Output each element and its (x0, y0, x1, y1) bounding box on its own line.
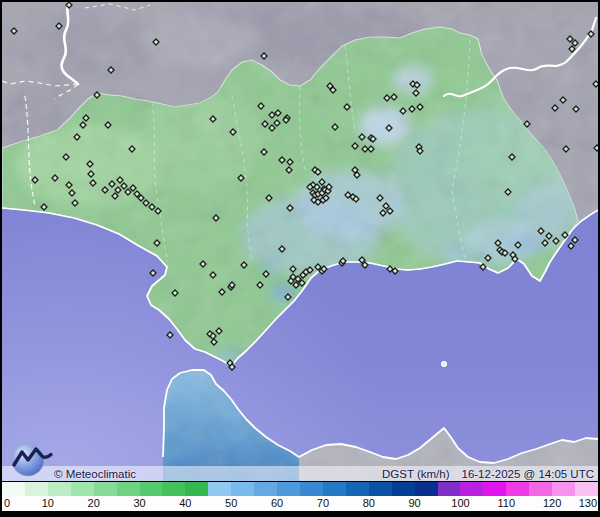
colorbar-tick-label: 30 (133, 497, 145, 509)
colorbar-segment (575, 482, 598, 496)
colorbar-tick-label: 10 (42, 497, 54, 509)
colorbar-segment (140, 482, 163, 496)
colorbar-segment (231, 482, 254, 496)
colorbar-tick-label: 20 (88, 497, 100, 509)
colorbar-tick-label: 90 (408, 497, 420, 509)
colorbar-legend (2, 481, 598, 496)
datetime-label: 16-12-2025 @ 14:05 UTC (462, 468, 595, 480)
colorbar-tick-label: 80 (363, 497, 375, 509)
colorbar-segment (162, 482, 185, 496)
colorbar-tick-label: 0 (4, 497, 10, 509)
colorbar-segment (369, 482, 392, 496)
colorbar-segment (48, 482, 71, 496)
colorbar-segment (346, 482, 369, 496)
colorbar-segment (277, 482, 300, 496)
colorbar-tick-label: 70 (317, 497, 329, 509)
colorbar-segment (254, 482, 277, 496)
weather-map-window: © Meteoclimatic DGST (km/h) 16-12-2025 @… (0, 0, 600, 517)
colorbar-ticks: 0102030405060708090100110120130 (2, 496, 598, 511)
colorbar-tick-label: 120 (543, 497, 561, 509)
colorbar-segment (483, 482, 506, 496)
bottom-border (0, 511, 600, 517)
alboran-island (442, 362, 447, 367)
colorbar-segment (94, 482, 117, 496)
map-area[interactable]: © Meteoclimatic DGST (km/h) 16-12-2025 @… (2, 2, 598, 481)
colorbar-tick-label: 60 (271, 497, 283, 509)
colorbar-segment (460, 482, 483, 496)
colorbar-tick-label: 100 (451, 497, 469, 509)
colorbar-segment (552, 482, 575, 496)
colorbar-segment (392, 482, 415, 496)
colorbar-tick-label: 50 (225, 497, 237, 509)
colorbar-segment (2, 482, 25, 496)
colorbar-segment (300, 482, 323, 496)
colorbar-segment (529, 482, 552, 496)
colorbar-segment (415, 482, 438, 496)
colorbar-segment (208, 482, 231, 496)
colorbar-tick-label: 130 (579, 497, 597, 509)
colorbar-segment (185, 482, 208, 496)
colorbar-segment (71, 482, 94, 496)
colorbar-segment (506, 482, 529, 496)
colorbar-segment (438, 482, 461, 496)
andalusia-gust-map (2, 2, 598, 481)
colorbar-tick-label: 110 (498, 497, 516, 509)
product-label: DGST (km/h) (382, 468, 450, 480)
colorbar-segment (25, 482, 48, 496)
caption-band: © Meteoclimatic DGST (km/h) 16-12-2025 @… (2, 466, 598, 481)
colorbar-segment (117, 482, 140, 496)
product-datetime: DGST (km/h) 16-12-2025 @ 14:05 UTC (382, 468, 594, 480)
colorbar-segment (323, 482, 346, 496)
meteoclimatic-logo[interactable] (9, 440, 55, 480)
colorbar-tick-label: 40 (179, 497, 191, 509)
copyright-text: © Meteoclimatic (54, 468, 136, 480)
